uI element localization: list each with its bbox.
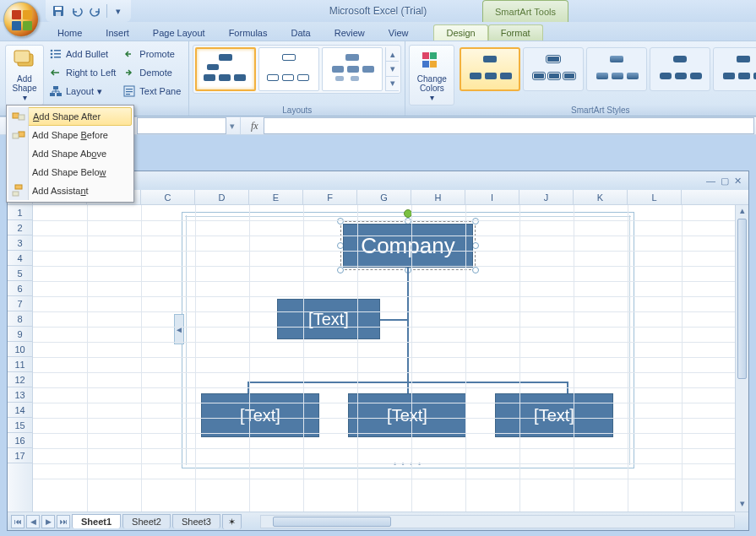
text-pane-toggle[interactable]: ◄ — [174, 314, 184, 344]
new-sheet-button[interactable]: ✶ — [222, 514, 242, 529]
row-10[interactable]: 10 — [8, 342, 32, 357]
style-thumb-3[interactable] — [586, 47, 647, 91]
svg-rect-19 — [430, 52, 437, 59]
styles-gallery[interactable]: ▴▾▾ — [458, 45, 756, 94]
col-J[interactable]: J — [519, 190, 574, 204]
promote-button[interactable]: Promote — [119, 45, 185, 63]
row-16[interactable]: 16 — [8, 433, 32, 448]
layouts-gallery-scroll[interactable]: ▴▾▾ — [385, 47, 399, 91]
add-shape-label: Add Shape — [13, 74, 37, 93]
sheet-nav-last[interactable]: ⏭ — [57, 515, 70, 528]
add-shape-button[interactable]: Add Shape▾ — [5, 45, 44, 106]
vertical-scrollbar[interactable]: ▴▾ — [735, 205, 748, 512]
row-13[interactable]: 13 — [8, 387, 32, 403]
change-colors-button[interactable]: Change Colors▾ — [409, 45, 454, 106]
svg-rect-27 — [13, 192, 19, 196]
org-node-child-2[interactable]: [Text] — [348, 393, 466, 437]
office-button[interactable] — [3, 2, 39, 37]
sheet-nav-prev[interactable]: ◀ — [26, 515, 40, 528]
formula-input[interactable] — [264, 117, 754, 134]
layout-thumb-1[interactable] — [195, 47, 256, 91]
undo-icon[interactable] — [69, 3, 84, 19]
change-colors-label: Change Colors — [417, 74, 447, 93]
col-L[interactable]: L — [628, 190, 682, 204]
tab-insert[interactable]: Insert — [94, 25, 141, 41]
layout-thumb-3[interactable] — [322, 47, 383, 91]
sheet-nav-next[interactable]: ▶ — [41, 515, 55, 528]
style-thumb-2[interactable] — [523, 47, 584, 91]
tab-page-layout[interactable]: Page Layout — [141, 25, 217, 41]
tab-view[interactable]: View — [377, 25, 421, 41]
row-9[interactable]: 9 — [8, 327, 32, 342]
save-icon[interactable] — [51, 3, 66, 19]
row-15[interactable]: 15 — [8, 418, 32, 433]
restore-icon[interactable]: ▢ — [721, 176, 729, 187]
org-node-child-3[interactable]: [Text] — [495, 393, 613, 437]
sheet-tab-3[interactable]: Sheet3 — [172, 514, 220, 528]
col-F[interactable]: F — [303, 190, 357, 204]
org-node-top[interactable]: Company — [343, 224, 473, 268]
row-8[interactable]: 8 — [8, 311, 32, 327]
close-icon[interactable]: ✕ — [734, 176, 742, 187]
svg-rect-26 — [15, 185, 22, 189]
org-node-child-1[interactable]: [Text] — [201, 393, 319, 437]
style-thumb-5[interactable] — [713, 47, 756, 91]
row-6[interactable]: 6 — [8, 281, 32, 296]
org-node-assistant[interactable]: [Text] — [277, 299, 380, 339]
row-7[interactable]: 7 — [8, 296, 32, 311]
col-C[interactable]: C — [141, 190, 195, 204]
col-E[interactable]: E — [249, 190, 303, 204]
sheet-nav-first[interactable]: ⏮ — [11, 515, 24, 528]
style-thumb-4[interactable] — [650, 47, 710, 91]
horizontal-scrollbar[interactable] — [260, 515, 735, 528]
row-14[interactable]: 14 — [8, 403, 32, 418]
row-4[interactable]: 4 — [8, 251, 32, 266]
svg-rect-8 — [54, 53, 61, 55]
quick-access-toolbar: ▾ — [46, 0, 131, 22]
layout-thumb-2[interactable] — [258, 47, 319, 91]
col-D[interactable]: D — [195, 190, 249, 204]
sheet-tab-1[interactable]: Sheet1 — [72, 514, 121, 528]
row-2[interactable]: 2 — [8, 220, 32, 236]
col-H[interactable]: H — [411, 190, 465, 204]
name-box[interactable] — [137, 117, 226, 134]
col-I[interactable]: I — [465, 190, 519, 204]
svg-point-9 — [51, 57, 53, 59]
text-pane-button[interactable]: Text Pane — [119, 82, 185, 100]
cell-grid[interactable]: ◄ Company [Text] — [33, 205, 735, 512]
row-11[interactable]: 11 — [8, 357, 32, 372]
col-G[interactable]: G — [357, 190, 411, 204]
svg-rect-24 — [19, 132, 24, 137]
sheet-tab-2[interactable]: Sheet2 — [122, 514, 171, 528]
redo-icon[interactable] — [88, 3, 103, 19]
row-5[interactable]: 5 — [8, 266, 32, 281]
svg-point-7 — [51, 53, 53, 56]
add-bullet-button[interactable]: Add Bullet — [46, 45, 119, 63]
layout-icon — [49, 84, 63, 98]
canvas-resize-grip[interactable]: • • • • — [394, 460, 422, 468]
sheet-tab-bar: ⏮ ◀ ▶ ⏭ Sheet1 Sheet2 Sheet3 ✶ — [8, 512, 748, 530]
svg-rect-2 — [56, 12, 61, 16]
demote-button[interactable]: Demote — [119, 63, 185, 82]
tab-review[interactable]: Review — [323, 25, 377, 41]
row-1[interactable]: 1 — [8, 205, 32, 220]
tab-format[interactable]: Format — [488, 24, 543, 41]
row-3[interactable]: 3 — [8, 236, 32, 251]
tab-data[interactable]: Data — [279, 25, 322, 41]
col-K[interactable]: K — [574, 190, 628, 204]
row-12[interactable]: 12 — [8, 372, 32, 387]
tab-design[interactable]: Design — [433, 24, 487, 41]
fx-label[interactable]: fx — [251, 120, 258, 133]
style-thumb-1[interactable] — [460, 47, 520, 91]
layout-button[interactable]: Layout ▾ — [46, 82, 119, 100]
add-shape-icon — [13, 49, 36, 73]
right-to-left-button[interactable]: Right to Left — [46, 63, 119, 82]
row-17[interactable]: 17 — [8, 448, 32, 463]
minimize-icon[interactable]: — — [706, 176, 715, 186]
tab-formulas[interactable]: Formulas — [217, 25, 280, 41]
svg-rect-23 — [19, 115, 24, 120]
layouts-gallery[interactable]: ▴▾▾ — [193, 45, 401, 94]
tab-home[interactable]: Home — [46, 25, 94, 41]
qat-customize-icon[interactable]: ▾ — [111, 3, 126, 19]
svg-rect-18 — [422, 52, 429, 59]
